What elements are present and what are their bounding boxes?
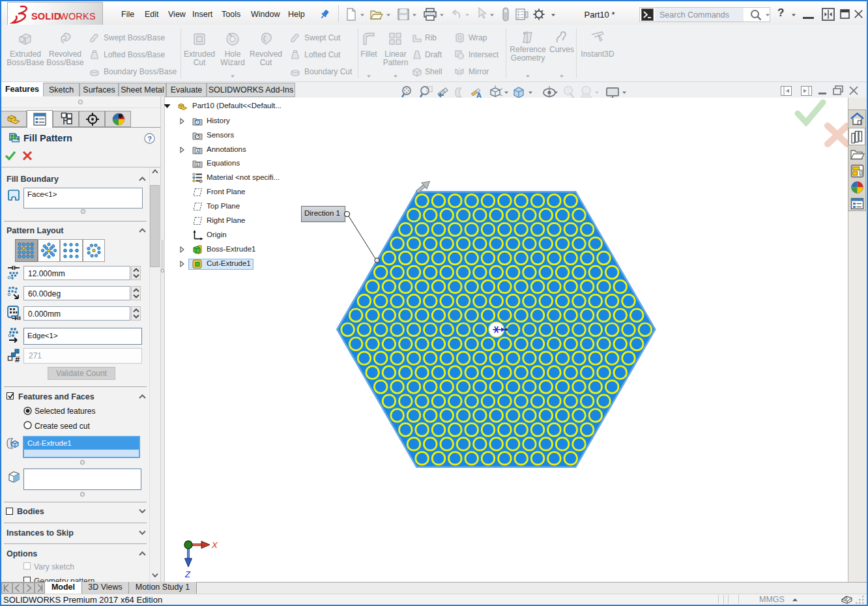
- svg-text:WORKS: WORKS: [59, 11, 96, 22]
- svg-text:X: X: [211, 540, 218, 550]
- svg-text:?: ?: [147, 135, 152, 143]
- svg-text:Z: Z: [184, 570, 191, 579]
- svg-text:#: #: [15, 354, 20, 363]
- svg-text:SOLID: SOLID: [31, 11, 61, 22]
